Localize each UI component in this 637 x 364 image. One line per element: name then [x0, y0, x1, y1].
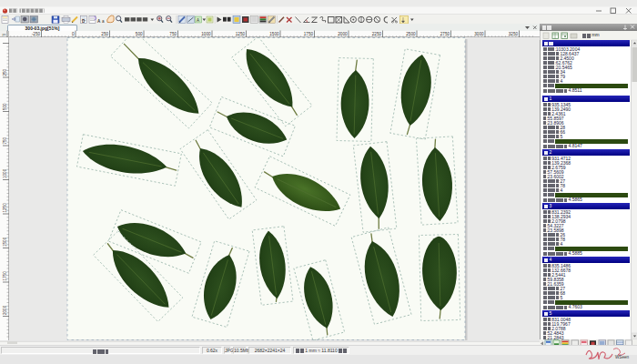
svg-text:2500: 2500 — [406, 32, 416, 36]
svg-text:1500: 1500 — [3, 237, 7, 247]
svg-text:750: 750 — [3, 136, 7, 144]
svg-text:2750: 2750 — [440, 32, 450, 36]
svg-text:1750: 1750 — [304, 32, 314, 36]
svg-text:500: 500 — [136, 32, 143, 36]
svg-text:3250: 3250 — [509, 32, 519, 36]
svg-text:750: 750 — [169, 32, 177, 36]
svg-text:0: 0 — [72, 32, 75, 36]
svg-text:1250: 1250 — [236, 32, 246, 36]
svg-text:1750: 1750 — [3, 271, 7, 281]
svg-text:WSeen: WSeen — [615, 355, 630, 359]
svg-text:500: 500 — [3, 103, 7, 110]
svg-text:1000: 1000 — [201, 32, 211, 36]
svg-text:250: 250 — [101, 32, 108, 36]
svg-text:2000: 2000 — [3, 305, 7, 315]
svg-text:1250: 1250 — [3, 203, 7, 213]
svg-text:250: 250 — [3, 68, 7, 76]
svg-text:3000: 3000 — [474, 32, 484, 36]
svg-text:2000: 2000 — [338, 32, 348, 36]
svg-text:2250: 2250 — [372, 32, 382, 36]
svg-text:1000: 1000 — [3, 168, 7, 178]
svg-text:1500: 1500 — [269, 32, 279, 36]
svg-text:-250: -250 — [32, 32, 41, 36]
